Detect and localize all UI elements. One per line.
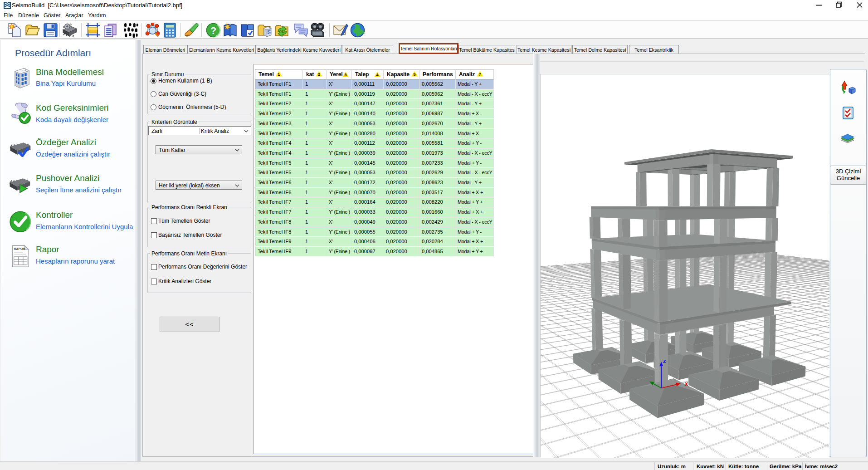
svg-text:RAPOR: RAPOR	[14, 247, 25, 250]
svg-text:z: z	[663, 357, 666, 364]
svg-text:?: ?	[210, 25, 216, 36]
svg-text:x: x	[685, 380, 688, 387]
